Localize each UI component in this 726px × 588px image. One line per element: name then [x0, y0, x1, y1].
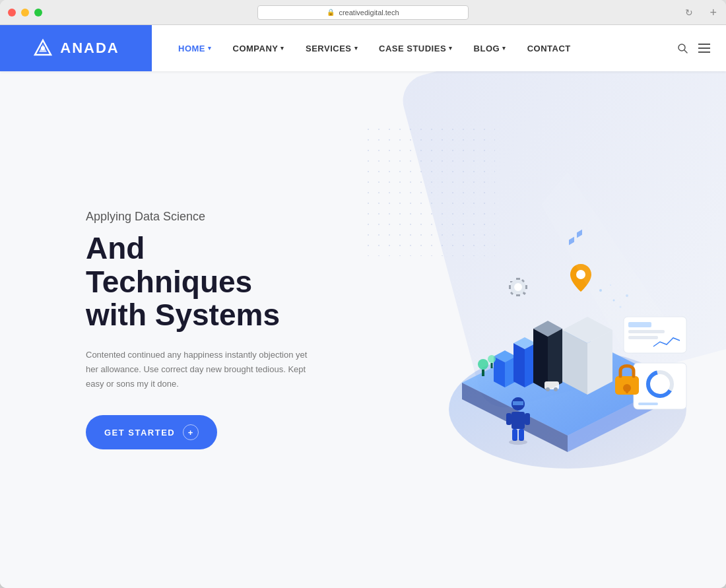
hero-subtitle: Applying Data Science	[86, 210, 317, 224]
svg-line-4	[684, 50, 687, 53]
url-text: creativedigital.tech	[339, 9, 399, 16]
chevron-down-icon: ▾	[208, 45, 212, 51]
hero-description: Contented continued any happiness instan…	[86, 348, 317, 391]
hero-section: Applying Data Science And Techniques wit…	[0, 71, 726, 588]
svg-rect-26	[525, 413, 530, 425]
svg-point-2	[41, 46, 45, 50]
svg-rect-32	[626, 388, 628, 393]
svg-rect-15	[634, 363, 686, 409]
address-bar[interactable]: 🔒 creativedigital.tech	[257, 5, 469, 20]
close-button[interactable]	[8, 9, 16, 16]
website-content: ANADA HOME ▾ COMPANY ▾ SERVICES ▾ CASE S…	[0, 25, 726, 588]
nav-label-company: COMPANY	[233, 44, 279, 53]
logo-icon	[32, 38, 53, 59]
nav-item-services[interactable]: SERVICES ▾	[306, 44, 358, 53]
svg-point-44	[554, 387, 558, 391]
cta-plus-icon: +	[183, 424, 199, 440]
svg-rect-36	[491, 363, 493, 368]
nav-item-blog[interactable]: BLOG ▾	[474, 44, 506, 53]
nav-item-company[interactable]: COMPANY ▾	[233, 44, 284, 53]
svg-rect-18	[638, 403, 658, 405]
menu-button[interactable]	[698, 44, 710, 53]
nav-item-contact[interactable]: CONTACT	[527, 44, 571, 53]
nav-label-blog: BLOG	[474, 44, 500, 53]
search-button[interactable]	[677, 43, 688, 53]
traffic-lights	[8, 9, 42, 16]
hero-title-line1: And Techniques	[86, 231, 252, 299]
lock-icon: 🔒	[327, 9, 335, 16]
svg-point-20	[514, 283, 522, 291]
hero-title-line2: with Systems	[86, 298, 280, 332]
get-started-button[interactable]: GET STARTED +	[86, 415, 217, 449]
minimize-button[interactable]	[21, 9, 29, 16]
new-tab-button[interactable]: +	[710, 7, 717, 18]
isometric-svg	[376, 172, 706, 488]
svg-point-33	[478, 359, 488, 370]
chevron-down-icon: ▾	[502, 45, 506, 51]
nav-item-home[interactable]: HOME ▾	[178, 44, 212, 53]
chevron-down-icon: ▾	[449, 45, 453, 51]
svg-rect-24	[512, 412, 525, 429]
hero-title: And Techniques with Systems	[86, 232, 317, 332]
hamburger-icon	[698, 44, 710, 53]
refresh-button[interactable]: ↻	[685, 7, 693, 18]
logo-area[interactable]: ANADA	[0, 25, 152, 71]
svg-point-35	[488, 355, 496, 363]
nav-label-home: HOME	[178, 44, 205, 53]
chevron-down-icon: ▾	[280, 45, 284, 51]
navbar: ANADA HOME ▾ COMPANY ▾ SERVICES ▾ CASE S…	[0, 25, 726, 71]
nav-links: HOME ▾ COMPANY ▾ SERVICES ▾ CASE STUDIES…	[152, 25, 677, 71]
svg-point-29	[509, 440, 527, 445]
nav-actions	[677, 25, 726, 71]
search-icon	[677, 43, 688, 53]
chevron-down-icon: ▾	[354, 45, 358, 51]
nav-item-case-studies[interactable]: CASE STUDIES ▾	[379, 44, 453, 53]
hero-illustration	[376, 172, 706, 488]
get-started-label: GET STARTED	[104, 428, 175, 438]
svg-rect-34	[482, 370, 484, 376]
hero-content: Applying Data Science And Techniques wit…	[0, 210, 317, 449]
browser-window: 🔒 creativedigital.tech ↻ + ANADA HOME ▾	[0, 0, 726, 588]
logo-text: ANADA	[60, 40, 119, 57]
fullscreen-button[interactable]	[34, 9, 42, 16]
svg-rect-28	[519, 429, 524, 441]
title-bar: 🔒 creativedigital.tech ↻ +	[0, 0, 726, 25]
svg-point-43	[546, 387, 550, 391]
svg-rect-25	[506, 413, 512, 425]
nav-label-services: SERVICES	[306, 44, 352, 53]
nav-label-contact: CONTACT	[527, 44, 571, 53]
svg-rect-27	[512, 429, 517, 441]
nav-label-case-studies: CASE STUDIES	[379, 44, 446, 53]
